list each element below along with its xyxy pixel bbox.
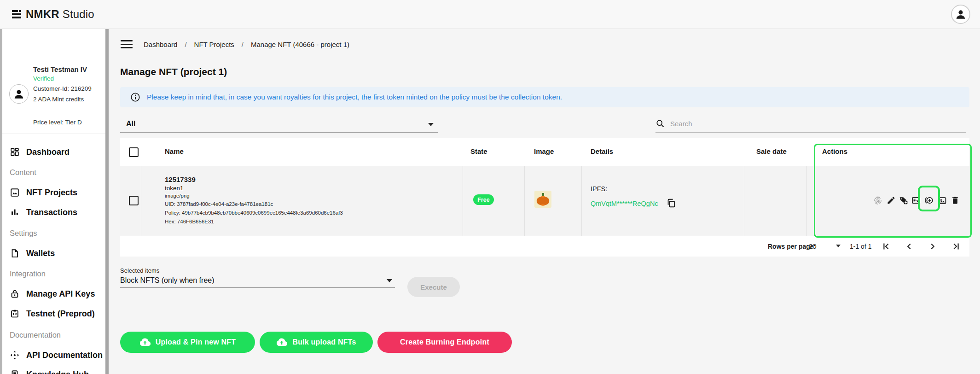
selected-items-label: Selected items [120,267,159,274]
rows-per-page-caret-icon[interactable] [836,245,841,247]
column-header-details: Details [591,147,613,155]
sidebar-item-testnet[interactable]: Testnet (Preprod) [2,304,105,323]
filter-underline [120,132,438,133]
ipfs-label: IPFS: [591,185,607,193]
fact-check-icon[interactable] [911,196,921,205]
lock-icon [10,289,20,299]
price-level: Price level: Tier D [33,119,82,126]
search-underline [655,132,966,133]
cell-divider [141,166,141,236]
account-avatar[interactable] [951,5,970,24]
copy-icon[interactable] [666,198,676,208]
fingerprint-icon[interactable] [873,196,882,205]
testnet-icon [10,309,20,319]
search-icon [655,119,665,128]
sidebar-item-api-documentation[interactable]: API Documentation [2,345,105,365]
add-tag-icon[interactable] [899,196,908,205]
column-header-name: Name [165,147,184,155]
state-badge: Free [473,194,494,205]
sidebar-section-documentation: Documentation [10,331,61,339]
cell-divider [581,166,582,236]
previous-page-icon[interactable] [904,241,914,251]
create-burning-endpoint-button[interactable]: Create Burning Endpoint [377,332,512,353]
breadcrumb: Dashboard / NFT Projects / Manage NFT (4… [121,38,349,51]
table-footer [120,236,969,257]
info-icon [130,92,140,102]
edit-icon[interactable] [887,196,896,205]
sidebar-item-knowledge-hub[interactable]: Knowledge Hub [2,365,105,374]
sidebar-section-content: Content [10,168,36,177]
nmkr-logo-icon [12,10,21,18]
search-box [655,119,818,128]
menu-toggle-icon[interactable] [121,40,133,48]
sidebar-divider [2,134,105,134]
sidebar-item-wallets[interactable]: Wallets [2,244,105,263]
person-icon [955,8,967,20]
select-all-checkbox[interactable] [129,147,139,157]
info-banner: Please keep in mind that, in case you wa… [120,87,969,107]
upload-pin-nft-button[interactable]: Upload & Pin new NFT [120,332,255,353]
nft-thumbnail[interactable] [534,191,551,208]
row-checkbox[interactable] [129,196,139,205]
search-input[interactable] [669,119,818,128]
image-copy-icon[interactable] [938,196,947,205]
token-mime: image/png [165,193,190,199]
user-name: Testi Testman IV [33,65,87,73]
bulk-action-select[interactable]: Block NFTS (only when free) [120,276,215,285]
breadcrumb-current: Manage NFT (40666 - project 1) [251,41,349,48]
nmkr-studio-app: NMKR Studio Testi Testman IV Verified Cu… [0,0,980,374]
sidebar-item-nft-projects[interactable]: NFT Projects [2,183,105,202]
token-id: 12517339 [165,175,196,183]
nft-projects-icon [10,187,20,198]
cloud-upload-icon [276,337,287,348]
sidebar-section-integration: Integration [10,269,46,278]
knowledge-hub-icon [10,369,20,374]
delete-icon[interactable] [951,196,960,205]
user-avatar [9,84,29,104]
filter-caret-icon[interactable] [428,123,434,126]
sidebar-item-manage-api-keys[interactable]: Manage API Keys [2,284,105,304]
banner-text: Please keep in mind that, in case you wa… [147,93,562,101]
token-hex: Hex: 746F6B656E31 [165,219,214,224]
brand-text: NMKR Studio [26,8,94,21]
token-name: token1 [165,185,184,192]
filter-select[interactable]: All [126,120,135,128]
cell-divider [463,166,463,236]
breadcrumb-dashboard[interactable]: Dashboard [144,41,177,48]
brand-name: NMKR [26,8,59,20]
bulk-action-underline [120,287,395,288]
customer-id: Customer-Id: 216209 [33,85,92,92]
sidebar-item-dashboard[interactable]: Dashboard [2,142,105,162]
cloud-upload-icon [139,337,151,348]
sidebar-section-settings: Settings [10,229,37,238]
ipfs-hash-link[interactable]: QmVqtM******ReQgNc [591,200,658,207]
person-icon [13,88,25,100]
column-header-sale-date: Sale date [756,147,787,155]
brand-suffix: Studio [63,8,94,20]
bulk-action-caret-icon[interactable] [387,279,392,282]
brand[interactable]: NMKR Studio [12,0,94,29]
last-page-icon[interactable] [951,241,961,251]
api-docs-icon [10,350,20,360]
column-header-state: State [470,147,487,155]
transactions-icon [10,207,20,217]
breadcrumb-nft-projects[interactable]: NFT Projects [194,41,234,48]
column-header-image: Image [534,147,554,155]
sidebar-item-transactions[interactable]: Transactions [2,203,105,222]
wallets-icon [10,248,20,258]
breadcrumb-separator: / [185,41,186,48]
sidebar: Testi Testman IV Verified Customer-Id: 2… [2,29,105,374]
next-page-icon[interactable] [928,241,938,251]
token-policy: Policy: 49b77b4cb9b48eb70bbe40609c0699ec… [165,210,343,216]
breadcrumb-separator: / [242,41,244,48]
page-title: Manage NFT (project 1) [120,66,227,77]
rows-per-page-select[interactable]: 20 [809,242,817,250]
sidebar-scrollbar[interactable] [105,29,109,374]
execute-button[interactable]: Execute [407,277,460,297]
bulk-upload-nfts-button[interactable]: Bulk upload NFTs [260,332,373,353]
pagination-range: 1-1 of 1 [850,243,871,250]
token-uid: UID: 3787fad9-f00c-4e04-a23e-fa4781ea181… [165,201,273,207]
column-header-actions: Actions [822,147,847,155]
first-page-icon[interactable] [881,241,891,251]
duplicate-point-icon[interactable] [924,196,934,205]
